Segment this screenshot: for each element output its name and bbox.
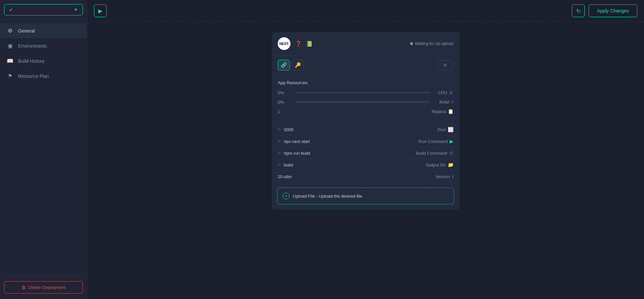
- status-label: Waiting for zip upload: [415, 41, 453, 46]
- expand-button[interactable]: ▶: [94, 4, 107, 17]
- run-command-label: Run Command: [419, 139, 448, 144]
- upload-section: + Upload File - Upload the desired file: [272, 188, 460, 210]
- cpu-row: 0% CPU 🖥: [278, 90, 453, 95]
- build-edit-icon[interactable]: ✏: [278, 151, 281, 155]
- app-logo: NEXT.: [278, 37, 290, 50]
- build-command-label: Build Command: [416, 151, 447, 156]
- expand-icon: ▶: [98, 8, 102, 14]
- port-edit-icon[interactable]: ✏: [278, 127, 281, 132]
- port-right: Port ⬜: [438, 127, 453, 132]
- folder-icon: 📁: [448, 162, 453, 167]
- sidebar-footer: 🗑 Delete Deployment: [0, 276, 87, 299]
- app-header-left: NEXT. ❓ 📗: [278, 37, 313, 50]
- sidebar-dropdown[interactable]: ✓ ▼: [4, 4, 83, 15]
- sidebar-top: ✓ ▼: [0, 0, 87, 20]
- run-edit-icon[interactable]: ✏: [278, 139, 281, 144]
- delete-btn-label: Delete Deployment: [29, 285, 66, 290]
- docs-icon: 📗: [305, 40, 313, 48]
- help-icon: ❓: [294, 40, 303, 48]
- build-command-icon: ⚙: [449, 150, 453, 156]
- app-card-header: NEXT. ❓ 📗 Waiting for zip upload: [272, 32, 460, 56]
- config-rows: ✏ 3000 Port ⬜ ✏ npx next start Run: [272, 123, 460, 188]
- run-command-value: npx next start: [284, 139, 310, 144]
- trash-icon: 🗑: [21, 285, 26, 290]
- refresh-icon: ↻: [576, 8, 581, 14]
- ram-icon: ≡: [451, 99, 453, 105]
- replica-icon: 📋: [448, 109, 453, 114]
- build-command-row: ✏ npm run build Build Command ⚙: [278, 147, 453, 159]
- app-card: NEXT. ❓ 📗 Waiting for zip upload 🔗: [272, 32, 460, 210]
- content-area: NEXT. ❓ 📗 Waiting for zip upload 🔗: [87, 22, 644, 299]
- topbar-right: ↻ Apply Changes: [572, 4, 637, 17]
- ram-progress-bar: [295, 101, 430, 103]
- build-command-left: ✏ npm run build: [278, 151, 310, 156]
- cpu-label-text: CPU: [438, 90, 447, 95]
- port-row: ✏ 3000 Port ⬜: [278, 123, 453, 135]
- port-left: ✏ 3000: [278, 127, 293, 132]
- tab-key[interactable]: 🔑: [292, 60, 304, 70]
- run-command-right: Run Command ▶: [419, 139, 453, 144]
- replica-row: 1 Replica 📋: [278, 109, 453, 114]
- refresh-button[interactable]: ↻: [572, 4, 585, 17]
- resources-section: App Resources 0% CPU 🖥 0%: [272, 75, 460, 123]
- delete-deployment-button[interactable]: 🗑 Delete Deployment: [4, 281, 83, 294]
- app-header-icons: ❓ 📗: [294, 40, 313, 48]
- upload-text: Upload File - Upload the desired file: [293, 194, 362, 199]
- cpu-progress-bar: [295, 92, 430, 94]
- ram-label-text: RAM: [439, 100, 449, 105]
- tab-row: 🔗 🔑 ↻: [272, 56, 460, 75]
- ram-row: 0% RAM ≡: [278, 99, 453, 105]
- sidebar-item-environments[interactable]: ▣ Environments: [0, 38, 87, 53]
- tab-link[interactable]: 🔗: [278, 60, 290, 70]
- sidebar-item-general[interactable]: ⚙ General: [0, 23, 87, 38]
- build-command-value: npm run build: [284, 151, 310, 156]
- reload-icon: ↻: [443, 63, 447, 68]
- book-icon: 📖: [7, 58, 13, 64]
- sidebar-item-resource-plan[interactable]: ⚑ Resource Plan: [0, 68, 87, 84]
- status-dot: [410, 42, 413, 45]
- cpu-label: CPU 🖥: [433, 90, 453, 95]
- output-dir-label: Output Dir: [426, 162, 446, 167]
- ram-value: 0%: [278, 100, 292, 105]
- resources-title: App Resources: [278, 80, 453, 85]
- sidebar-item-label: Build History: [18, 58, 45, 64]
- run-command-icon: ▶: [450, 139, 453, 144]
- cpu-value: 0%: [278, 90, 292, 95]
- link-icon: 🔗: [281, 62, 287, 68]
- version-label: Version: [435, 174, 450, 179]
- upload-plus-icon: +: [283, 193, 289, 199]
- topbar: ▶ ↻ Apply Changes: [87, 0, 644, 22]
- output-dir-right: Output Dir 📁: [426, 162, 453, 167]
- sidebar-item-build-history[interactable]: 📖 Build History: [0, 53, 87, 68]
- port-value: 3000: [284, 127, 293, 132]
- version-row: 20-slim Version ℹ: [278, 170, 453, 182]
- sidebar: ✓ ▼ ⚙ General ▣ Environments 📖 Build His…: [0, 0, 87, 299]
- chevron-down-icon: ▼: [74, 7, 78, 12]
- version-right: Version ℹ: [435, 174, 453, 179]
- build-command-right: Build Command ⚙: [416, 150, 454, 156]
- output-edit-icon[interactable]: ✏: [278, 162, 281, 167]
- sidebar-item-label: Resource Plan: [18, 73, 49, 79]
- output-dir-left: ✏ build: [278, 162, 293, 167]
- replica-label-text: Replica: [432, 109, 446, 114]
- tab-buttons: 🔗 🔑: [278, 60, 304, 70]
- status-text: Waiting for zip upload: [410, 41, 453, 46]
- run-command-row: ✏ npx next start Run Command ▶: [278, 135, 453, 147]
- port-icon: ⬜: [448, 127, 453, 132]
- ram-label: RAM ≡: [433, 99, 453, 105]
- upload-box[interactable]: + Upload File - Upload the desired file: [277, 188, 454, 204]
- replica-value: 1: [278, 109, 292, 114]
- environments-icon: ▣: [7, 43, 13, 49]
- run-command-left: ✏ npx next start: [278, 139, 310, 144]
- output-dir-value: build: [284, 162, 293, 167]
- reload-button[interactable]: ↻: [437, 60, 453, 70]
- apply-changes-button[interactable]: Apply Changes: [589, 4, 637, 17]
- cpu-icon: 🖥: [449, 90, 453, 95]
- sidebar-nav: ⚙ General ▣ Environments 📖 Build History…: [0, 20, 87, 276]
- info-icon: ℹ: [452, 174, 453, 179]
- dropdown-check-icon: ✓: [9, 7, 13, 12]
- port-label: Port: [438, 127, 446, 132]
- key-icon: 🔑: [295, 62, 301, 68]
- version-value: 20-slim: [278, 174, 292, 179]
- sidebar-item-label: Environments: [18, 43, 47, 49]
